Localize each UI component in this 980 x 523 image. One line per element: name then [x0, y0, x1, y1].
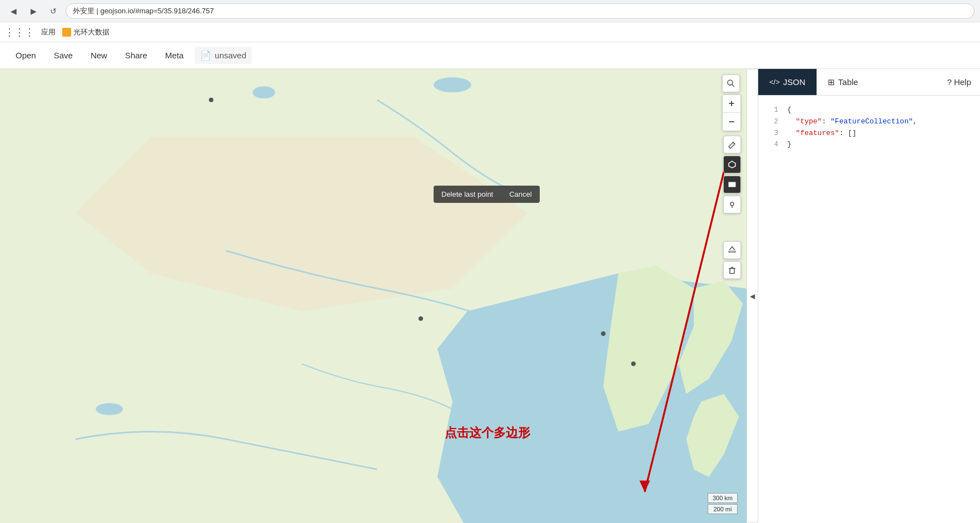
map-label-zhejiang: ZHEJIANG: [331, 452, 371, 459]
svg-rect-0: [0, 69, 747, 523]
save-button[interactable]: Save: [47, 47, 79, 63]
url-bar[interactable]: [66, 3, 974, 19]
zoom-in-button[interactable]: +: [723, 95, 740, 113]
map-label-jinan: Jinan: [317, 347, 331, 353]
bookmark-favicon: [62, 28, 71, 37]
nav-refresh-button[interactable]: ↺: [46, 3, 61, 19]
map-label-zhaotong: Zhaotong: [161, 491, 187, 498]
draw-polygon-button[interactable]: [723, 156, 741, 173]
map-label-blagoveshchensk: Blagoveshchensk: [434, 104, 481, 111]
delete-last-point-button[interactable]: Delete last point: [434, 186, 501, 203]
map-label-luoyang: Luoyang: [245, 383, 268, 390]
svg-marker-7: [596, 424, 679, 500]
help-tab[interactable]: ? Help: [938, 69, 980, 95]
map-label-mongolia: Mongolia: [122, 177, 158, 186]
map-label-gwangju: Gwangju: [453, 386, 477, 392]
delete-feature-button[interactable]: [723, 261, 741, 279]
draw-line-button[interactable]: [723, 136, 741, 153]
json-line-4: 4 }: [767, 139, 971, 151]
file-name-display: 📄 unsaved: [195, 47, 252, 64]
map-label-hebei: HEBEI: [283, 325, 308, 331]
json-editor[interactable]: 1 { 2 "type": "FeatureCollection", 3 "fe…: [758, 96, 980, 523]
panel-collapse-button[interactable]: ◀: [747, 69, 758, 523]
search-map-button[interactable]: [722, 74, 740, 92]
scale-km: 300 km: [708, 493, 738, 503]
map-label-fukuoka: Fukuoka: [506, 409, 529, 416]
map-label-fuyang: Fuyang: [271, 402, 292, 409]
new-button[interactable]: New: [84, 47, 114, 63]
map-label-yibin: Yibin: [142, 460, 155, 466]
map-label-beijing: Beijing: [295, 309, 313, 316]
map-canvas[interactable]: Mongolia China North Korea South Korea I…: [0, 69, 747, 523]
map-label-altai: Altai: [11, 191, 23, 198]
json-open-brace: {: [787, 104, 792, 116]
share-button[interactable]: Share: [118, 47, 154, 63]
svg-point-23: [730, 202, 734, 206]
map-label-ningbo: Ningbo: [356, 455, 375, 462]
map-label-jiuquan: Jiuquan: [74, 311, 96, 317]
edit-feature-button[interactable]: [723, 241, 741, 259]
map-label-tianshui: Tianshui: [202, 386, 225, 393]
bookmark-item[interactable]: 光环大数据: [62, 27, 110, 37]
line-num-2: 2: [767, 116, 778, 128]
nav-back-button[interactable]: ◀: [6, 3, 21, 19]
map-label-undurkhan: Undurkhan: [200, 175, 230, 181]
map-label-gansu: GANSU: [114, 341, 142, 348]
draw-point-button[interactable]: [723, 196, 741, 213]
svg-rect-1: [0, 69, 747, 303]
code-icon: </>: [769, 78, 780, 86]
map-label-north-korea: North Korea: [445, 300, 493, 308]
map-label-sheny: Sheny: [406, 269, 423, 276]
map-label-kagoshi: Kagoshi...: [517, 430, 544, 437]
cancel-drawing-button[interactable]: Cancel: [501, 186, 539, 203]
map-label-jiangsu: JIANGSU: [317, 390, 352, 397]
draw-controls: [723, 136, 741, 213]
json-line-2: 2 "type": "FeatureCollection",: [767, 116, 971, 128]
map-label-baicheng: Baicheng: [384, 188, 409, 195]
map-label-seoul: Seoul: [461, 344, 477, 351]
json-tab[interactable]: </> JSON: [758, 69, 817, 95]
nav-forward-button[interactable]: ▶: [26, 3, 41, 19]
map-label-chongqing: CHONGQING: [195, 444, 243, 451]
file-name-text: unsaved: [215, 51, 246, 60]
map-label-busan: Busan: [485, 392, 502, 399]
help-tab-label: ? Help: [947, 77, 971, 87]
map-label-hiroshima: Hiroshimi: [500, 397, 526, 404]
svg-point-18: [728, 80, 733, 85]
bookmark-label: 光环大数据: [73, 27, 110, 37]
map-label-jiamusi: Jiamusi: [467, 166, 487, 173]
map-label-baruun-urt: Baruun-Urt: [242, 200, 272, 206]
edit-delete-controls: [723, 241, 741, 279]
table-icon: ⊞: [828, 77, 835, 87]
app-toolbar: Open Save New Share Meta 📄 unsaved: [0, 42, 980, 69]
draw-rectangle-button[interactable]: [723, 176, 741, 193]
map-label-dangchengwan: Dangchengwan: [0, 309, 42, 316]
open-button[interactable]: Open: [9, 47, 43, 63]
zoom-out-button[interactable]: −: [723, 113, 740, 131]
map-label-sainshand: Sainshand: [158, 232, 187, 238]
svg-point-12: [419, 316, 423, 321]
map-label-chifeng: Chifeng: [345, 247, 366, 253]
json-tab-label: JSON: [783, 77, 805, 87]
map-area[interactable]: Mongolia China North Korea South Korea I…: [0, 69, 747, 523]
map-svg: [0, 69, 747, 523]
svg-marker-5: [679, 281, 743, 394]
json-panel: </> JSON ⊞ Table ? Help 1 { 2 "type": "F…: [758, 69, 980, 523]
svg-point-13: [601, 331, 605, 336]
apps-bar: ⋮⋮⋮ 应用 光环大数据: [0, 22, 980, 42]
table-tab[interactable]: ⊞ Table: [817, 69, 869, 95]
google-apps-icon[interactable]: ⋮⋮⋮: [4, 26, 34, 38]
meta-button[interactable]: Meta: [158, 47, 190, 63]
map-label-weifang: Weifang: [349, 347, 371, 353]
map-label-ulanqab: Ulanqab: [245, 286, 267, 292]
map-label-anhui: ANHUI: [300, 402, 325, 409]
map-label-dazhou: Dazhou: [181, 437, 202, 444]
map-label-handan: Handan: [277, 347, 299, 353]
svg-marker-6: [686, 394, 739, 477]
svg-marker-4: [603, 266, 694, 431]
svg-marker-2: [0, 69, 747, 523]
map-label-shiyan: Shiyan: [233, 414, 252, 420]
map-label-sichuan: SICHUAN: [111, 437, 147, 444]
map-label-nanchang: Nanchang: [311, 464, 339, 470]
map-label-xuzhou: Xuzhou: [295, 373, 315, 380]
